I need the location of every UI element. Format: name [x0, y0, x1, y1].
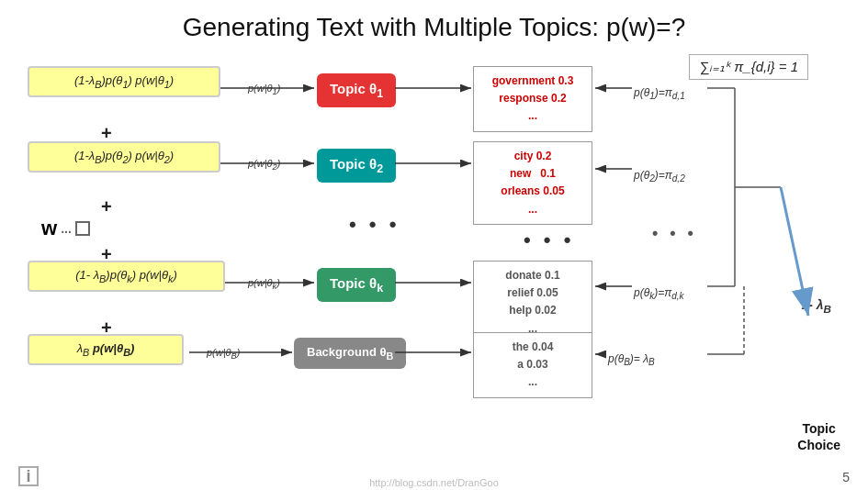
page-number: 5 [842, 470, 850, 484]
w-text: w [41, 217, 57, 240]
arrow-label-k: p(w|θk) [248, 277, 280, 291]
slide-title: Generating Text with Multiple Topics: p(… [9, 13, 859, 42]
topic-box-b: Background θB [294, 338, 406, 369]
plus-2: + [64, 196, 112, 217]
sum-formula: ∑ᵢ₌₁ᵏ π_{d,i} = 1 [689, 54, 808, 80]
pi-k: p(θk)=πd,k [634, 286, 684, 301]
topic-box-1: Topic θ1 [317, 73, 396, 107]
bottom-left-icon: i [18, 466, 39, 486]
eq-3: (1- λB)p(θk) p(w|θk) [28, 261, 225, 292]
topic-box-k: Topic θk [317, 268, 396, 302]
w-label: w ... [32, 217, 90, 240]
arrow-label-b: p(w|θB) [207, 347, 240, 361]
eq-2: (1-λB)p(θ2) p(w|θ2) [28, 141, 220, 173]
watermark: http://blog.csdn.net/DranGoo [369, 477, 499, 488]
word-dist-b: the 0.04a 0.03... [473, 332, 592, 398]
sum-formula-text: ∑ᵢ₌₁ᵏ π_{d,i} = 1 [699, 59, 798, 74]
pi-1: p(θ1)=πd,1 [634, 86, 685, 101]
w-box [75, 221, 90, 236]
word-dist-1: government 0.3response 0.2... [473, 66, 592, 132]
svg-line-19 [781, 187, 808, 316]
lambda-label: 1- λB [801, 297, 831, 315]
eq-1: (1-λB)p(θ1) p(w|θ1) [28, 66, 220, 97]
arrow-label-2: p(w|θ2) [248, 158, 280, 172]
eq-4: λB p(w|θB) [28, 334, 184, 365]
word-dots: • • • [524, 228, 574, 252]
word-dist-2: city 0.2new 0.1orleans 0.05... [473, 141, 592, 225]
topic-choice: TopicChoice [797, 420, 840, 453]
pi-b: p(θB)= λB [608, 352, 655, 367]
topic-dots: • • • [349, 213, 400, 237]
arrow-label-1: p(w|θ1) [248, 83, 280, 96]
pi-dots: • • • [652, 224, 697, 243]
content-area: ∑ᵢ₌₁ᵏ π_{d,i} = 1 (1-λB)p(θ1) p(w|θ1) + … [9, 50, 859, 472]
pi-2: p(θ2)=πd,2 [634, 169, 685, 184]
slide: Generating Text with Multiple Topics: p(… [0, 0, 868, 490]
topic-box-2: Topic θ2 [317, 149, 396, 183]
